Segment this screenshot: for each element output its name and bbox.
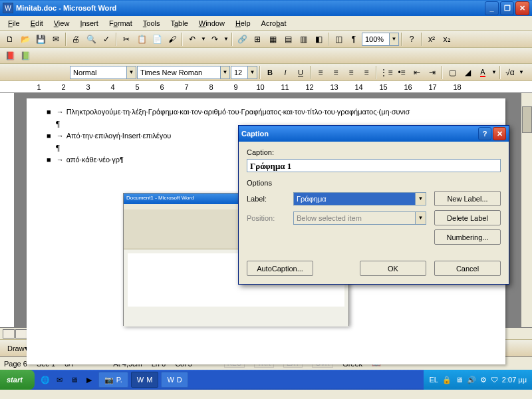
- bold-icon[interactable]: B: [263, 65, 277, 80]
- start-button[interactable]: start: [0, 370, 35, 390]
- redo-drop-icon[interactable]: ▼: [223, 32, 229, 47]
- menu-window[interactable]: Window: [194, 18, 230, 29]
- bullet-list-icon[interactable]: •≡: [394, 65, 409, 80]
- excel-icon[interactable]: ▤: [281, 32, 295, 47]
- columns-icon[interactable]: ▥: [296, 32, 311, 47]
- subscript-icon[interactable]: x₂: [440, 32, 454, 47]
- maximize-button[interactable]: ❐: [500, 1, 514, 15]
- print-icon[interactable]: 🖨: [68, 32, 83, 47]
- menu-help[interactable]: Help: [230, 18, 256, 29]
- ok-button[interactable]: OK: [360, 261, 426, 276]
- hyperlink-icon[interactable]: 🔗: [235, 32, 249, 47]
- pdf-mail-icon[interactable]: 📗: [18, 49, 33, 63]
- equation-drop-icon[interactable]: ▼: [518, 65, 525, 80]
- mail-icon[interactable]: ✉: [49, 32, 63, 47]
- ruler-horizontal[interactable]: 1 2 3 4 5 6 7 8 9 10 11 12 13 14 15 16 1…: [0, 81, 532, 93]
- cut-icon[interactable]: ✂: [119, 32, 134, 47]
- taskbar-item[interactable]: 📷 P.: [98, 372, 128, 388]
- dialog-help-button[interactable]: ?: [478, 127, 491, 140]
- zoom-combo[interactable]: 100%▼: [362, 33, 399, 46]
- pdf-create-icon[interactable]: 📕: [3, 49, 17, 63]
- align-right-icon[interactable]: ≡: [344, 65, 358, 80]
- indent-icon[interactable]: ⇥: [425, 65, 440, 80]
- docmap-icon[interactable]: ◫: [331, 32, 346, 47]
- align-justify-icon[interactable]: ≡: [359, 65, 374, 80]
- dialog-title: Caption: [241, 130, 269, 138]
- label-select[interactable]: Γράφημα▼: [293, 192, 426, 205]
- ruler-tick: 4: [100, 83, 125, 91]
- menu-file[interactable]: File: [3, 18, 25, 29]
- dialog-close-button[interactable]: ✕: [493, 127, 506, 140]
- copy-icon[interactable]: 📋: [134, 32, 149, 47]
- taskbar-item[interactable]: W D: [161, 372, 188, 388]
- fontsize-combo[interactable]: 12▼: [231, 66, 257, 79]
- print-preview-icon[interactable]: 🔍: [84, 32, 98, 47]
- font-color-icon[interactable]: A: [475, 65, 490, 80]
- new-doc-icon[interactable]: 🗋: [3, 32, 17, 47]
- numbering-button[interactable]: Numbering...: [434, 229, 501, 245]
- menu-table[interactable]: Table: [165, 18, 193, 29]
- ruler-tick: 8: [199, 83, 223, 91]
- word-icon: W: [3, 3, 13, 13]
- highlight-icon[interactable]: ◢: [460, 65, 475, 80]
- font-combo[interactable]: Times New Roman▼: [137, 66, 230, 79]
- tray-lang[interactable]: EL: [429, 376, 438, 384]
- border-icon[interactable]: ▢: [445, 65, 460, 80]
- align-left-icon[interactable]: ≡: [313, 65, 328, 80]
- numbered-list-icon[interactable]: ⋮≡: [379, 65, 394, 80]
- underline-icon[interactable]: U: [293, 65, 308, 80]
- outdent-icon[interactable]: ⇤: [410, 65, 424, 80]
- pilcrow-icon[interactable]: ¶: [346, 32, 361, 47]
- tray-clock[interactable]: 2:07 μμ: [502, 376, 527, 384]
- style-combo[interactable]: Normal▼: [70, 66, 136, 79]
- outlook-icon[interactable]: ✉: [53, 372, 66, 387]
- new-label-button[interactable]: New Label...: [434, 191, 501, 206]
- italic-icon[interactable]: I: [278, 65, 293, 80]
- format-painter-icon[interactable]: 🖌: [165, 32, 180, 47]
- caption-input[interactable]: Γράφημα 1: [247, 159, 501, 172]
- menu-edit[interactable]: Edit: [25, 18, 49, 29]
- cancel-button[interactable]: Cancel: [434, 261, 501, 276]
- drawing-icon[interactable]: ◧: [311, 32, 326, 47]
- superscript-icon[interactable]: x²: [424, 32, 439, 47]
- open-icon[interactable]: 📂: [18, 32, 33, 47]
- web-view-button[interactable]: [15, 329, 27, 338]
- normal-view-button[interactable]: [3, 329, 15, 338]
- undo-icon[interactable]: ↶: [185, 32, 200, 47]
- taskbar-item-word[interactable]: W M: [131, 372, 159, 388]
- tray-icon[interactable]: 🛡: [491, 376, 498, 384]
- minimize-button[interactable]: _: [485, 1, 499, 15]
- menu-acrobat[interactable]: Acrobat: [256, 18, 292, 29]
- tray-icon[interactable]: 🔊: [467, 376, 476, 384]
- save-icon[interactable]: 💾: [33, 32, 48, 47]
- align-center-icon[interactable]: ≡: [329, 65, 343, 80]
- menu-tools[interactable]: Tools: [138, 18, 166, 29]
- toolbar-formatting: Normal▼ Times New Roman▼ 12▼ B I U ≡ ≡ ≡…: [0, 64, 532, 81]
- dialog-titlebar[interactable]: Caption ? ✕: [239, 126, 509, 142]
- media-icon[interactable]: ▶: [82, 372, 96, 387]
- scrollbar-vertical[interactable]: [521, 93, 532, 327]
- close-button[interactable]: ✕: [515, 1, 529, 15]
- ruler-vertical[interactable]: [0, 93, 15, 327]
- menu-view[interactable]: View: [49, 18, 75, 29]
- tray-icon[interactable]: 🔒: [442, 376, 452, 384]
- font-color-drop-icon[interactable]: ▼: [491, 65, 497, 80]
- tray-icon[interactable]: 🖥: [456, 376, 463, 384]
- equation-icon[interactable]: √α: [503, 65, 517, 80]
- paste-icon[interactable]: 📄: [150, 32, 164, 47]
- ruler-tick: 2: [51, 83, 76, 91]
- autocaption-button[interactable]: AutoCaption...: [247, 261, 313, 276]
- help-icon[interactable]: ?: [404, 32, 419, 47]
- tray-icon[interactable]: ⚙: [480, 376, 487, 384]
- table-icon[interactable]: ▦: [265, 32, 280, 47]
- ruler-tick: 1: [27, 83, 51, 91]
- borders-icon[interactable]: ⊞: [250, 32, 265, 47]
- menu-format[interactable]: Format: [104, 18, 138, 29]
- undo-drop-icon[interactable]: ▼: [200, 32, 207, 47]
- delete-label-button[interactable]: Delete Label: [434, 210, 501, 225]
- redo-icon[interactable]: ↷: [207, 32, 222, 47]
- menu-insert[interactable]: Insert: [74, 18, 104, 29]
- spellcheck-icon[interactable]: ✓: [99, 32, 114, 47]
- desktop-icon[interactable]: 🖥: [68, 372, 81, 387]
- ie-icon[interactable]: 🌐: [39, 372, 52, 387]
